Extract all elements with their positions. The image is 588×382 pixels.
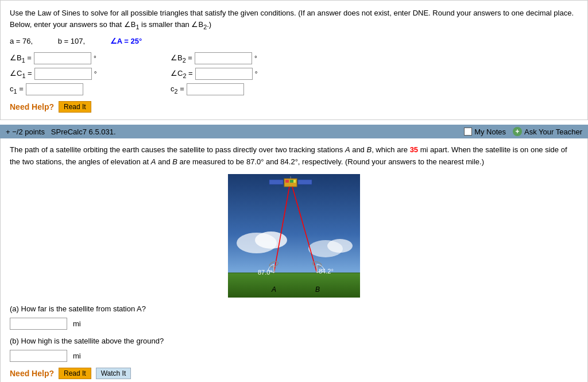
need-help-section: Need Help? Read It — [10, 101, 578, 113]
plus-icon: + — [513, 127, 522, 136]
C1-label: ∠C1 = — [10, 69, 32, 79]
svg-rect-13 — [293, 180, 296, 183]
B2-row: ∠B2 = ° — [171, 52, 308, 64]
B1-degree: ° — [94, 55, 96, 63]
svg-text:B: B — [315, 285, 320, 294]
sub-b-unit: mi — [73, 352, 81, 360]
B1-row: ∠B1 = ° — [10, 52, 148, 64]
sub-b-input[interactable] — [10, 350, 67, 362]
C2-input[interactable] — [195, 68, 253, 80]
c1-row: c1 = — [10, 83, 148, 95]
problem2-actions: My Notes + Ask Your Teacher — [464, 127, 582, 136]
svg-rect-11 — [285, 180, 289, 183]
svg-rect-12 — [290, 180, 293, 183]
problem1-section: Use the Law of Sines to solve for all po… — [0, 0, 588, 120]
C2-row: ∠C2 = ° — [171, 68, 308, 80]
read-it-button[interactable]: Read It — [59, 101, 91, 113]
problem2-section: + −/2 points SPreCalc7 6.5.031. My Notes… — [0, 125, 588, 382]
svg-point-4 — [327, 239, 353, 253]
problem1-instruction: Use the Law of Sines to solve for all po… — [10, 7, 578, 31]
c2-label: c2 = — [171, 84, 184, 95]
C1-input[interactable] — [34, 68, 92, 80]
given-a: a = 76, — [10, 37, 44, 45]
B1-input[interactable] — [34, 52, 91, 64]
points-label: + −/2 points — [6, 128, 45, 136]
sub-b-text: (b) How high is the satellite above the … — [10, 335, 578, 348]
B2-degree: ° — [254, 55, 257, 63]
given-b: b = 107, — [58, 37, 96, 45]
read-it-button2[interactable]: Read It — [59, 368, 91, 379]
satellite-diagram: 87.0° 84.2° A B — [228, 174, 360, 298]
C2-label: ∠C2 = — [171, 69, 193, 79]
problem1-given: a = 76, b = 107, ∠A = 25° — [10, 37, 578, 45]
svg-rect-5 — [228, 273, 360, 298]
ask-teacher-label: Ask Your Teacher — [524, 128, 582, 136]
problem1-inputs: ∠B1 = ° ∠B2 = ° ∠C1 = ° ∠C2 = ° c1 = c2 … — [10, 52, 308, 95]
sub-a-input[interactable] — [10, 318, 67, 330]
my-notes-button[interactable]: My Notes — [464, 128, 506, 136]
problem2-points: + −/2 points SPreCalc7 6.5.031. — [6, 128, 116, 136]
need-help2-section: Need Help? Read It Watch It — [10, 368, 578, 382]
svg-rect-0 — [228, 174, 360, 275]
watch-it-button[interactable]: Watch It — [96, 368, 131, 379]
course-label: SPreCalc7 6.5.031. — [51, 128, 116, 136]
notes-checkbox-icon — [464, 128, 472, 136]
svg-point-2 — [255, 231, 287, 249]
problem2-description: The path of a satellite orbiting the ear… — [10, 144, 578, 168]
C1-degree: ° — [94, 70, 97, 78]
given-angle: ∠A = 25° — [110, 37, 142, 45]
need-help-label: Need Help? — [10, 102, 54, 111]
c2-row: c2 = — [171, 83, 308, 95]
svg-text:A: A — [271, 285, 276, 294]
B2-input[interactable] — [195, 52, 252, 64]
sub-question-b: (b) How high is the satellite above the … — [10, 335, 578, 362]
sub-a-text: (a) How far is the satellite from statio… — [10, 303, 578, 315]
c1-input[interactable] — [26, 83, 83, 95]
svg-rect-8 — [269, 180, 283, 184]
need-help2-label: Need Help? — [10, 369, 54, 378]
C2-degree: ° — [255, 70, 258, 78]
B1-label: ∠B1 = — [10, 53, 32, 64]
problem2-body: The path of a satellite orbiting the ear… — [0, 138, 588, 382]
sub-question-a: (a) How far is the satellite from statio… — [10, 303, 578, 330]
svg-text:84.2°: 84.2° — [319, 268, 334, 275]
svg-rect-9 — [298, 180, 312, 184]
C1-row: ∠C1 = ° — [10, 68, 148, 80]
c2-input[interactable] — [187, 83, 244, 95]
notes-label: My Notes — [474, 128, 506, 136]
ask-teacher-button[interactable]: + Ask Your Teacher — [513, 127, 582, 136]
svg-text:87.0°: 87.0° — [258, 269, 273, 276]
c1-label: c1 = — [10, 84, 24, 95]
problem2-header: + −/2 points SPreCalc7 6.5.031. My Notes… — [0, 125, 588, 138]
B2-label: ∠B2 = — [171, 53, 192, 64]
sub-a-unit: mi — [73, 319, 81, 328]
